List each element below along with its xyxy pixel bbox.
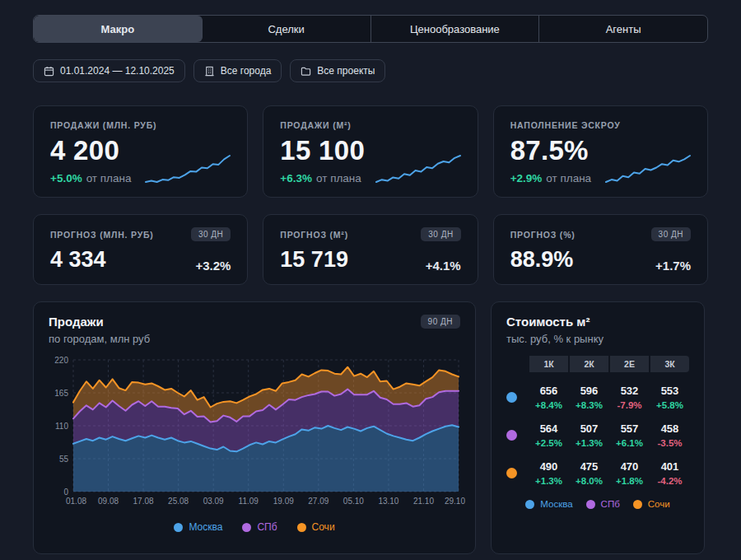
price-column-header: 3К xyxy=(650,356,689,372)
building-icon xyxy=(204,66,215,77)
kpi-row: ПРОДАЖИ (МЛН. РУБ)4 200+5.0%от планаПРОД… xyxy=(33,105,708,198)
tab-macro[interactable]: Макро xyxy=(34,16,203,42)
forecast-card-top: ПРОГНОЗ (%)30 ДН xyxy=(510,227,691,241)
price-cell: 656+8.4% xyxy=(529,385,568,410)
price-header-spacer xyxy=(506,356,528,372)
svg-text:01.08: 01.08 xyxy=(66,497,86,506)
filter-row: 01.01.2024 — 12.10.2025Все городаВсе про… xyxy=(33,59,708,82)
svg-text:19.09: 19.09 xyxy=(273,497,294,506)
legend-item-СПб[interactable]: СПб xyxy=(242,521,277,533)
price-delta: +1.3% xyxy=(529,476,568,486)
kpi-sparkline xyxy=(143,152,232,189)
price-table-rows: 656+8.4%596+8.3%532-7.9%553+5.8%564+2.5%… xyxy=(506,385,689,486)
svg-text:13.10: 13.10 xyxy=(378,497,398,506)
forecast-period-badge: 30 ДН xyxy=(651,227,691,241)
price-legend-item-СПб[interactable]: СПб xyxy=(586,499,620,509)
price-delta: +8.0% xyxy=(570,476,608,486)
price-row-dot-wrap xyxy=(506,392,528,403)
cities-filter[interactable]: Все города xyxy=(193,59,282,82)
price-delta: -3.5% xyxy=(650,438,689,448)
svg-text:25.08: 25.08 xyxy=(168,497,189,506)
price-value: 596 xyxy=(570,385,608,397)
bottom-row: Продажи по городам, млн руб 90 ДН 055110… xyxy=(33,301,708,554)
svg-text:165: 165 xyxy=(54,389,68,398)
tab-bar: МакроСделкиЦенообразованиеАгенты xyxy=(33,15,708,43)
tab-label: Макро xyxy=(101,23,135,35)
tab-label: Сделки xyxy=(268,23,304,35)
kpi-label: ПРОДАЖИ (М²) xyxy=(280,120,460,130)
legend-item-Сочи[interactable]: Сочи xyxy=(297,521,335,533)
svg-text:05.10: 05.10 xyxy=(343,497,364,506)
tab-label: Агенты xyxy=(606,23,641,35)
date-range-filter-label: 01.01.2024 — 12.10.2025 xyxy=(60,65,175,77)
tab-pricing[interactable]: Ценообразование xyxy=(371,16,540,42)
svg-text:27.09: 27.09 xyxy=(308,497,329,506)
forecast-label: ПРОГНОЗ (%) xyxy=(510,230,576,240)
price-column-header: 2Е xyxy=(610,356,649,372)
forecast-label: ПРОГНОЗ (МЛН. РУБ) xyxy=(50,230,154,240)
svg-text:17.08: 17.08 xyxy=(133,497,154,506)
price-cell: 532-7.9% xyxy=(610,385,649,410)
sales-chart-period-badge: 90 ДН xyxy=(421,315,460,329)
svg-text:55: 55 xyxy=(59,455,69,464)
price-cell: 458-3.5% xyxy=(650,422,689,448)
forecast-card-top: ПРОГНОЗ (МЛН. РУБ)30 ДН xyxy=(50,227,231,241)
price-cell: 401-4.2% xyxy=(650,460,689,486)
price-value: 458 xyxy=(650,422,689,435)
price-value: 532 xyxy=(610,385,649,397)
price-delta: +2.5% xyxy=(529,438,568,448)
tab-label: Ценообразование xyxy=(410,23,500,35)
price-delta: -7.9% xyxy=(610,400,649,410)
sales-chart-subtitle: по городам, млн руб xyxy=(49,333,150,345)
price-column-header: 2К xyxy=(570,356,608,372)
forecast-row: ПРОГНОЗ (МЛН. РУБ)30 ДН4 334+3.2%ПРОГНОЗ… xyxy=(33,214,708,285)
kpi-label: ПРОДАЖИ (МЛН. РУБ) xyxy=(50,120,231,130)
forecast-delta: +3.2% xyxy=(195,259,231,273)
forecast-value: 4 334 xyxy=(50,247,106,273)
projects-filter[interactable]: Все проекты xyxy=(290,59,385,82)
forecast-value: 15 719 xyxy=(280,247,348,273)
price-value: 557 xyxy=(610,422,649,435)
price-row-dot-wrap xyxy=(506,468,528,478)
price-legend-item-Москва[interactable]: Москва xyxy=(525,499,572,509)
projects-filter-label: Все проекты xyxy=(317,65,375,77)
kpi-card-sales-rub: ПРОДАЖИ (МЛН. РУБ)4 200+5.0%от плана xyxy=(33,105,248,198)
legend-dot xyxy=(297,523,306,532)
price-cell: 557+6.1% xyxy=(610,422,649,448)
svg-text:11.09: 11.09 xyxy=(239,497,259,506)
legend-item-Москва[interactable]: Москва xyxy=(174,521,222,533)
city-dot xyxy=(506,430,517,441)
legend-dot xyxy=(586,500,595,509)
price-cell: 553+5.8% xyxy=(650,385,689,410)
tab-deals[interactable]: Сделки xyxy=(203,16,371,42)
kpi-card-sales-m2: ПРОДАЖИ (М²)15 100+6.3%от плана xyxy=(263,105,478,198)
forecast-card-pct: ПРОГНОЗ (%)30 ДН88.9%+1.7% xyxy=(493,214,708,285)
svg-text:220: 220 xyxy=(54,356,68,365)
forecast-card-rub: ПРОГНОЗ (МЛН. РУБ)30 ДН4 334+3.2% xyxy=(33,214,248,285)
kpi-card-escrow-fill: НАПОЛНЕНИЕ ЭСКРОУ87.5%+2.9%от плана xyxy=(493,105,708,198)
city-dot xyxy=(506,468,517,478)
price-row-Москва: 656+8.4%596+8.3%532-7.9%553+5.8% xyxy=(506,385,689,410)
kpi-delta-suffix: от плана xyxy=(86,172,132,184)
price-table-header: 1К2К2Е3К xyxy=(506,356,689,372)
price-panel-legend: МоскваСПбСочи xyxy=(506,499,689,509)
date-range-filter[interactable]: 01.01.2024 — 12.10.2025 xyxy=(33,59,185,82)
price-row-СПб: 564+2.5%507+1.3%557+6.1%458-3.5% xyxy=(506,422,689,448)
forecast-period-badge: 30 ДН xyxy=(421,227,460,241)
legend-label: Сочи xyxy=(648,499,670,509)
forecast-card-bottom: 15 719+4.1% xyxy=(280,247,460,273)
sales-chart-title: Продажи xyxy=(49,315,150,329)
price-cell: 507+1.3% xyxy=(570,422,608,448)
forecast-value: 88.9% xyxy=(510,247,574,273)
folder-icon xyxy=(301,66,311,77)
sales-chart-card: Продажи по городам, млн руб 90 ДН 055110… xyxy=(33,301,476,554)
price-cell: 596+8.3% xyxy=(570,385,608,410)
dashboard-page: МакроСделкиЦенообразованиеАгенты 01.01.2… xyxy=(0,0,741,554)
tab-agents[interactable]: Агенты xyxy=(539,16,707,42)
sales-chart-legend: МоскваСПбСочи xyxy=(49,521,460,533)
legend-dot xyxy=(633,500,642,509)
price-delta: +6.1% xyxy=(610,438,649,448)
price-row-Сочи: 490+1.3%475+8.0%470+1.8%401-4.2% xyxy=(506,460,689,486)
svg-text:29.10: 29.10 xyxy=(445,497,465,506)
price-legend-item-Сочи[interactable]: Сочи xyxy=(633,499,670,509)
